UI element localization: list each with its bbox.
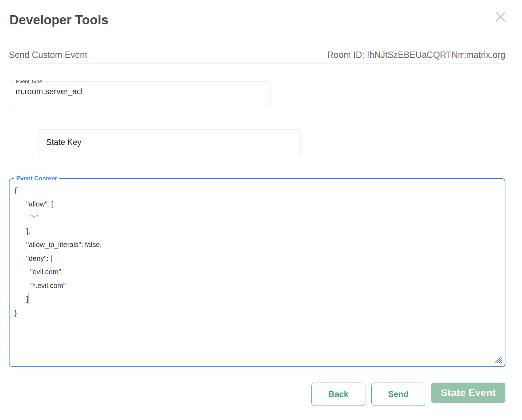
header-divider xyxy=(9,63,505,64)
close-icon[interactable] xyxy=(494,11,506,23)
state-key-label: State Key xyxy=(46,138,81,147)
event-content-textarea[interactable]: { "allow": [ "*" ], "allow_ip_literals":… xyxy=(10,182,505,319)
state-key-input[interactable]: State Key xyxy=(38,129,301,155)
text-cursor xyxy=(29,293,29,304)
resize-handle-icon[interactable] xyxy=(494,356,503,365)
event-type-field[interactable]: Event Type m.room.server_acl xyxy=(9,78,271,107)
event-type-label: Event Type xyxy=(13,78,45,84)
subheader: Send Custom Event Room ID: !hNJtSzEBEUaC… xyxy=(9,50,505,62)
send-button[interactable]: Send xyxy=(371,383,425,406)
event-content-label: Event Content xyxy=(14,175,59,182)
page-title: Developer Tools xyxy=(10,13,108,28)
room-id-label: Room ID: !hNJtSzEBEUaCQRTNrr:matrix.org xyxy=(327,50,505,60)
event-type-input[interactable]: m.room.server_acl xyxy=(9,84,271,96)
back-button[interactable]: Back xyxy=(311,383,365,406)
section-title: Send Custom Event xyxy=(9,50,87,60)
dialog-button-row: Back Send State Event xyxy=(311,383,505,406)
event-content-after-cursor: } xyxy=(14,309,17,317)
event-content-field[interactable]: Event Content { "allow": [ "*" ], "allow… xyxy=(9,175,505,367)
developer-tools-dialog: Developer Tools Send Custom Event Room I… xyxy=(0,0,522,420)
state-event-button[interactable]: State Event xyxy=(431,383,505,403)
event-content-before-cursor: { "allow": [ "*" ], "allow_ip_literals":… xyxy=(14,186,102,303)
